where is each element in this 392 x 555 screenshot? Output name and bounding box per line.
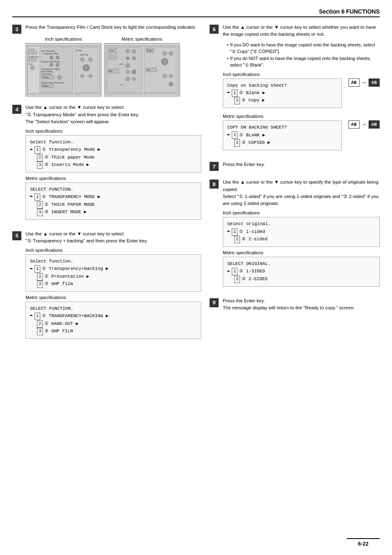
svg-text:Transp.: Transp. [42, 76, 49, 78]
step-4: 4 Use the ▲ cursor or the ▼ cursor key t… [12, 104, 201, 223]
step-3-number: 3 [12, 25, 21, 34]
step-3-inch-block: Inch specifications Punch Staple Sort [25, 34, 101, 97]
svg-text:B/D: B/D [109, 70, 113, 72]
left-column: 3 Press the Transparency Film / Card Sto… [12, 24, 201, 350]
step-6-bullets: If you DO want to have the image copied … [227, 41, 380, 69]
step-6-inch-line3: 2 ② Copy ▶ [227, 97, 337, 104]
svg-point-48 [132, 77, 136, 81]
svg-text:B/U: B/U [147, 69, 150, 71]
step-4-metric-screen: SELECT FUNCTION. ➨ 1 ① TRANSPARENCY MODE… [25, 182, 201, 220]
step-5-inch-label: Inch specifications [25, 248, 201, 253]
step-3-text: Press the Transparency Film / Card Stock… [25, 24, 201, 31]
svg-point-39 [126, 57, 129, 60]
step-8-inch-label: Inch specifications [223, 210, 380, 215]
svg-text:Language Filing: Language Filing [43, 52, 58, 55]
step-4-metric-label: Metric specifications [25, 176, 201, 181]
right-column: 6 Use the ▲ cursor or the ▼ cursor key t… [210, 24, 380, 350]
step-6-metric-label: Metric specifications [223, 114, 380, 119]
svg-point-10 [50, 56, 53, 59]
svg-point-28 [88, 58, 92, 62]
svg-point-42 [126, 64, 130, 68]
svg-point-6 [30, 66, 35, 70]
step-4-metric-line4: 3 ③ INSERT MODE ▶ [30, 209, 197, 216]
step-6-inch-line1: Copy on backing sheet? [227, 82, 337, 90]
svg-text:⇒ ○: ⇒ ○ [120, 83, 124, 86]
ab-arrow-metric: → [361, 121, 367, 128]
svg-text:Duplex/ Page Separation: Duplex/ Page Separation [41, 81, 64, 84]
svg-point-46 [132, 70, 136, 74]
ab-from-metric: AB [348, 120, 360, 129]
svg-point-55 [161, 58, 168, 65]
step-8-text: Use the ▲ cursor or the ▼ cursor key to … [223, 179, 380, 207]
step-6-bullet2: If you do NOT want to have the image cop… [227, 55, 380, 69]
svg-point-27 [80, 58, 84, 62]
step-4-inch-line3: 2 ② Thick paper Mode [30, 154, 197, 161]
step-6-text: Use the ▲ cursor or the ▼ cursor key to … [223, 24, 380, 38]
svg-text:⇔⇒: ⇔⇒ [120, 63, 124, 65]
step-5-inch-line3: 2 ② Presentation ▶ [30, 273, 197, 281]
step-4-metric-line2: ➨ 1 ① TRANSPARENCY MODE ▶ [30, 193, 197, 201]
step-8-inch-screen: Select original. ➨ 1 ① 1-sided 2 ② 2-sid… [223, 217, 380, 247]
step-3-metric-block: Metric specifications *AAA [104, 34, 180, 97]
svg-point-53 [163, 51, 167, 55]
svg-text:Preset: Preset [76, 49, 82, 52]
step-5-text: Use the ▲ cursor or the ▼ cursor key to … [25, 230, 201, 245]
step-7-content: Press the Enter key. [223, 161, 380, 171]
svg-point-47 [126, 77, 130, 81]
step-5-metric-line1: SELECT FUNCTION. [30, 305, 197, 313]
step-9-text: Press the Enter key. The message display… [223, 297, 380, 312]
svg-point-40 [132, 57, 136, 60]
step-6-inch-block: Copy on backing sheet? ➨ 1 ① Blank ▶ 2 ②… [223, 78, 380, 112]
svg-text:Card Stock: Card Stock [41, 73, 51, 75]
step-6-inch-ab: AB → AB [348, 78, 380, 87]
step-6-content: Use the ▲ cursor or the ▼ cursor key to … [223, 24, 380, 154]
step-5-metric-screen: SELECT FUNCTION. ➨ 1 ① TRANSPARENCY+BACK… [25, 302, 201, 339]
svg-text:Sort: Sort [29, 63, 33, 65]
step-6-bullet1: If you DO want to have the image copied … [227, 41, 380, 55]
svg-rect-2 [28, 51, 37, 54]
step-5-inch-line2: ➨ 1 ① Transparency+backing ▶ [30, 265, 197, 273]
step-6-metric-screen: COPY ON BACKING SHEET? ➨ 1 ① BLANK ▶ 2 ②… [223, 120, 342, 150]
svg-point-36 [126, 49, 130, 53]
svg-text:Program Book Mode: Program Book Mode [41, 60, 60, 63]
step-4-inch-line2: ➨ 1 ① Transparency Mode ▶ [30, 146, 197, 154]
svg-text:Preset: Preset [147, 49, 153, 52]
step-3-panels: Inch specifications Punch Staple Sort [25, 34, 201, 97]
svg-rect-38 [108, 55, 117, 60]
svg-point-58 [163, 74, 167, 78]
step-3: 3 Press the Transparency Film / Card Sto… [12, 24, 201, 97]
svg-point-20 [58, 75, 62, 79]
step-5-content: Use the ▲ cursor or the ▼ cursor key to … [25, 230, 201, 342]
step-5-inch-screen: Select function. ➨ 1 ① Transparency+back… [25, 254, 201, 292]
svg-text:Auto Exp: Auto Exp [80, 53, 89, 56]
svg-rect-4 [28, 58, 37, 62]
svg-point-45 [126, 70, 129, 74]
step-6-metric-block: COPY ON BACKING SHEET? ➨ 1 ① BLANK ▶ 2 ②… [223, 120, 380, 154]
step-5-inch-line1: Select function. [30, 258, 197, 265]
step-8: 8 Use the ▲ cursor or the ▼ cursor key t… [210, 179, 380, 290]
step-5-number: 5 [12, 231, 21, 240]
step-8-content: Use the ▲ cursor or the ▼ cursor key to … [223, 179, 380, 290]
step-3-metric-label: Metric specifications [104, 37, 180, 41]
step-3-inch-label: Inch specifications [25, 37, 101, 41]
step-4-inch-line4: 3 ③ Inserts Mode ▶ [30, 161, 197, 169]
step-8-inch-line3: 2 ② 2-sided [227, 236, 375, 243]
step-9: 9 Press the Enter key. The message displ… [210, 297, 380, 315]
step-6-metric-line3: 2 ② COPIED ▶ [227, 139, 337, 147]
step-4-number: 4 [12, 105, 21, 114]
step-9-content: Press the Enter key. The message display… [223, 297, 380, 315]
step-4-inch-label: Inch specifications [25, 129, 201, 134]
step-4-metric-line1: SELECT FUNCTION. [30, 186, 197, 193]
metric-panel-svg: *AAA ⇔⇒ B/D [105, 45, 179, 94]
svg-point-29 [83, 64, 90, 71]
step-6-metric-ab: AB → AB [348, 120, 380, 129]
metric-panel: *AAA ⇔⇒ B/D [104, 43, 180, 97]
step-8-inch-line2: ➨ 1 ① 1-sided [227, 228, 375, 236]
step-7: 7 Press the Enter key. [210, 161, 380, 171]
svg-point-60 [169, 82, 173, 86]
step-5-metric-line4: 3 ③ OHP FILM [30, 328, 197, 335]
step-8-metric-label: Metric specifications [223, 250, 380, 255]
step-6-metric-line1: COPY ON BACKING SHEET? [227, 124, 337, 131]
svg-point-31 [89, 74, 92, 78]
step-4-text: Use the ▲ cursor or the ▼ cursor key to … [25, 104, 201, 125]
